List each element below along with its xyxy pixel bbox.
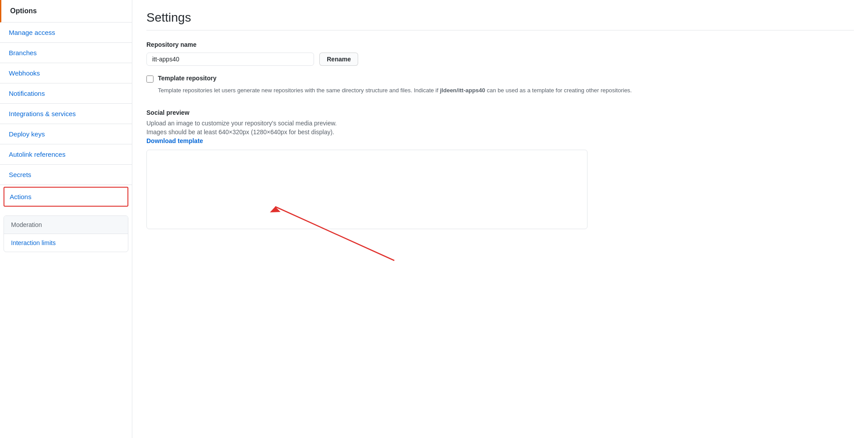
social-preview-section: Social preview Upload an image to custom… (146, 109, 854, 229)
repo-name-row: Rename (146, 53, 854, 66)
repo-name-section: Repository name Rename Template reposito… (146, 41, 854, 95)
sidebar-moderation-group: Moderation Interaction limits (4, 215, 128, 252)
sidebar-item-interaction-limits[interactable]: Interaction limits (4, 234, 128, 252)
main-content: Settings Repository name Rename Template… (132, 0, 868, 438)
sidebar-item-autolink[interactable]: Autolink references (0, 144, 132, 165)
template-desc-suffix: can be used as a template for creating o… (485, 87, 632, 94)
sidebar-item-integrations[interactable]: Integrations & services (0, 104, 132, 124)
rename-button[interactable]: Rename (319, 53, 358, 66)
sidebar-item-deploy-keys[interactable]: Deploy keys (0, 124, 132, 144)
sidebar-moderation-header: Moderation (4, 216, 128, 234)
sidebar-item-manage-access[interactable]: Manage access (0, 23, 132, 43)
social-preview-desc2: Images should be at least 640×320px (128… (146, 128, 854, 136)
template-desc-prefix: Template repositories let users generate… (158, 87, 440, 94)
page-title: Settings (146, 11, 854, 25)
sidebar: Options Manage access Branches Webhooks … (0, 0, 132, 438)
sidebar-options-header: Options (0, 0, 132, 23)
template-repo-checkbox[interactable] (146, 76, 153, 83)
title-divider (146, 30, 854, 30)
sidebar-item-secrets[interactable]: Secrets (0, 165, 132, 185)
image-upload-box[interactable] (146, 150, 587, 229)
template-repo-name-bold: jldeen/itt-apps40 (440, 87, 485, 94)
template-repo-description: Template repositories let users generate… (158, 86, 854, 95)
sidebar-item-actions[interactable]: Actions (4, 187, 128, 207)
sidebar-item-branches[interactable]: Branches (0, 43, 132, 63)
download-template-link[interactable]: Download template (146, 137, 203, 144)
repo-name-input[interactable] (146, 53, 314, 66)
social-preview-title: Social preview (146, 109, 854, 116)
sidebar-item-webhooks[interactable]: Webhooks (0, 63, 132, 83)
template-repo-row: Template repository (146, 75, 854, 83)
template-repo-label: Template repository (158, 75, 217, 82)
sidebar-item-notifications[interactable]: Notifications (0, 83, 132, 104)
repo-name-label: Repository name (146, 41, 854, 48)
social-preview-desc1: Upload an image to customize your reposi… (146, 120, 854, 127)
